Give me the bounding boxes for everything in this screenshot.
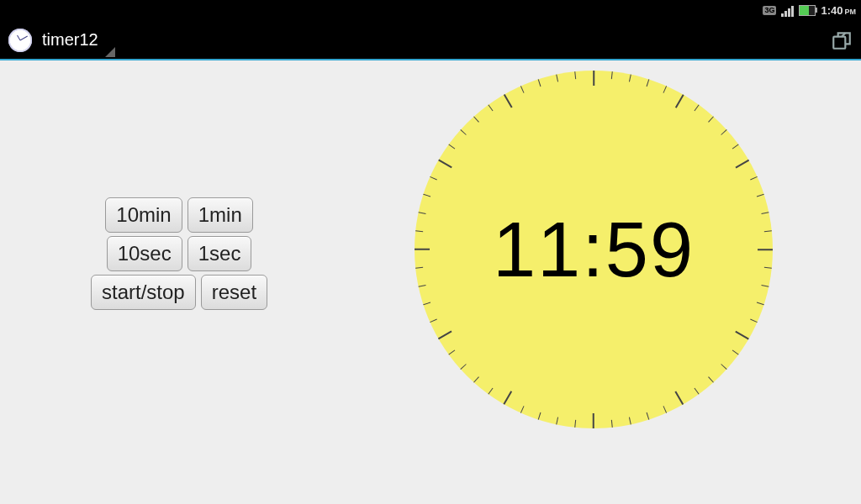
reset-button[interactable]: reset [201, 275, 267, 310]
timer-display: 11:59 [415, 71, 773, 428]
clock-face: 11:59 [415, 71, 773, 428]
main-content: 10min 1min 10sec 1sec start/stop reset 1… [0, 60, 861, 504]
app-title: timer12 [42, 30, 98, 50]
battery-icon [799, 5, 816, 16]
title-bar: timer12 [0, 21, 861, 59]
dropdown-indicator-icon[interactable] [105, 47, 115, 57]
compatibility-zoom-icon[interactable] [831, 29, 853, 51]
app-clock-icon [8, 29, 32, 52]
start-stop-button[interactable]: start/stop [91, 275, 196, 310]
add-1min-button[interactable]: 1min [188, 197, 253, 233]
network-3g-icon: 3G [763, 6, 776, 15]
status-bar: 3G 1:40PM [0, 0, 861, 21]
svg-rect-0 [833, 36, 845, 48]
add-10min-button[interactable]: 10min [105, 197, 182, 233]
signal-icon [781, 5, 794, 17]
status-clock: 1:40PM [821, 4, 856, 17]
status-clock-time: 1:40 [821, 4, 843, 17]
add-1sec-button[interactable]: 1sec [188, 236, 252, 271]
add-10sec-button[interactable]: 10sec [107, 236, 182, 271]
timer-button-grid: 10min 1min 10sec 1sec start/stop reset [91, 197, 267, 310]
status-clock-period: PM [845, 8, 857, 16]
